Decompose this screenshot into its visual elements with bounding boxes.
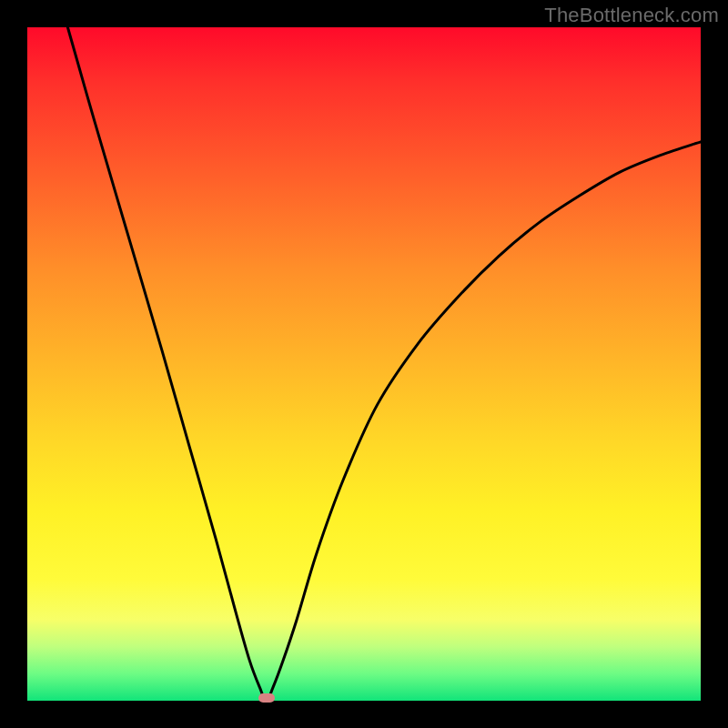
- plot-area: [27, 27, 701, 701]
- minimum-marker: [258, 693, 275, 703]
- bottleneck-curve: [67, 27, 701, 701]
- curve-svg: [27, 27, 701, 701]
- chart-frame: TheBottleneck.com: [0, 0, 728, 728]
- watermark-text: TheBottleneck.com: [544, 4, 719, 27]
